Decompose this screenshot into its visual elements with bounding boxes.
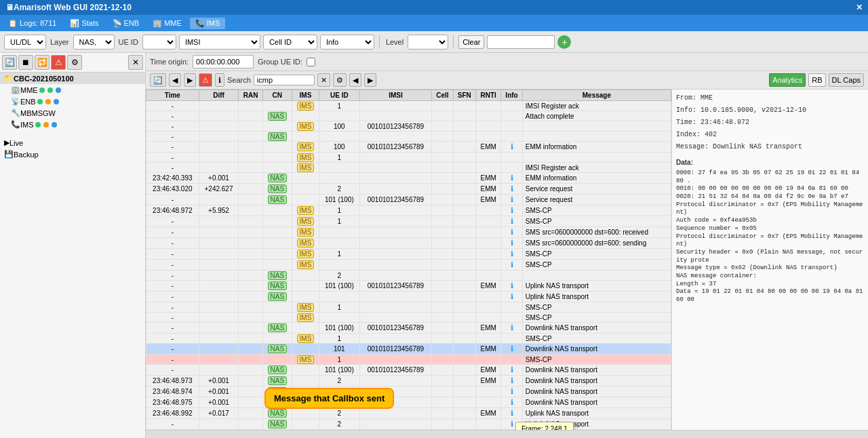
sidebar-item-enb[interactable]: 📡 ENB xyxy=(0,96,145,107)
cell-rnti xyxy=(476,249,501,260)
table-row[interactable]: 23:46:48.972 +5.952 IMS 1 ℹ SMS-CP xyxy=(146,205,671,216)
ue-id-select[interactable] xyxy=(142,35,176,49)
info-btn[interactable]: ℹ xyxy=(215,73,224,87)
h-scrollbar[interactable] xyxy=(146,430,868,438)
dl-caps-btn[interactable]: DL Caps xyxy=(829,73,864,87)
cell-time: - xyxy=(146,216,199,227)
imsi-select[interactable]: IMSI xyxy=(179,35,260,49)
prev-btn[interactable]: ◀ xyxy=(169,73,181,87)
table-row[interactable]: - NAS ℹ Uplink NAS transport xyxy=(146,292,671,302)
sidebar-item-ims[interactable]: 📞 IMS xyxy=(0,119,145,130)
sidebar-item-mme[interactable]: 🏢 MME xyxy=(0,84,145,96)
search-clear-btn[interactable]: ✕ xyxy=(317,73,330,87)
menu-ims[interactable]: 📞 IMS xyxy=(190,18,226,29)
separator2 xyxy=(453,35,454,49)
sidebar-btn4[interactable]: ⚠ xyxy=(51,55,66,70)
arrow-right-btn[interactable]: ▶ xyxy=(364,73,376,87)
uldl-select[interactable]: UL/DLULDL xyxy=(4,35,46,49)
table-row[interactable]: - NAS xyxy=(146,132,671,142)
cell-imsi xyxy=(359,227,431,238)
add-button[interactable]: + xyxy=(557,35,571,49)
table-row[interactable]: - NAS 101 (100) 001010123456789 EMM ℹ Se… xyxy=(146,195,671,205)
cell-message: EMM information xyxy=(522,173,671,184)
table-row[interactable]: - NAS 101 (100) 001010123456789 EMM ℹ Up… xyxy=(146,430,671,431)
level-select[interactable] xyxy=(408,35,448,49)
cell-rnti xyxy=(476,334,501,344)
cell-cell xyxy=(432,163,453,173)
cell-ran xyxy=(239,323,262,334)
info-select[interactable]: Info xyxy=(320,35,374,49)
ims-dot1 xyxy=(35,122,41,127)
sidebar-item-mbmsgw[interactable]: 🔧 MBMSGW xyxy=(0,107,145,119)
table-row[interactable]: - IMS ℹ SMS-CP xyxy=(146,260,671,271)
table-row[interactable]: - NAS 101 (100) 001010123456789 EMM ℹ Do… xyxy=(146,365,671,376)
table-row[interactable]: - IMS 1 ℹ SMS-CP xyxy=(146,249,671,260)
table-row[interactable]: 23:46:43.020 +242.627 NAS 2 EMM ℹ Servic… xyxy=(146,184,671,195)
sidebar-btn3[interactable]: 🔁 xyxy=(35,55,50,70)
rb-btn[interactable]: RB xyxy=(808,73,825,87)
group-ue-checkbox[interactable] xyxy=(307,58,315,66)
sidebar-btn1[interactable]: 🔄 xyxy=(2,55,17,70)
menu-mme[interactable]: 🏢 MME xyxy=(147,18,187,29)
sidebar-btn2[interactable]: ⏹ xyxy=(18,55,33,70)
cell-ue-id: 100 xyxy=(319,142,360,153)
table-row[interactable]: 23:46:48.974 +0.001 NAS 2 ℹ Downlink NAS… xyxy=(146,386,671,397)
sidebar-close-btn[interactable]: ✕ xyxy=(128,55,143,70)
table-row[interactable]: - NAS 2 xyxy=(146,271,671,281)
table-row[interactable]: - NAS 101 001010123456789 EMM ℹ Downlink… xyxy=(146,344,671,355)
table-row[interactable]: - IMS IMSI Register ack xyxy=(146,163,671,173)
time-origin-input[interactable] xyxy=(193,55,254,68)
filter-toggle-btn[interactable]: ⚙ xyxy=(333,73,347,87)
filter-input[interactable] xyxy=(487,35,555,49)
layer-select[interactable]: NAS,RRCPDCP xyxy=(73,35,115,49)
table-row[interactable]: 23:46:48.973 +0.001 NAS 2 EMM ℹ Downlink… xyxy=(146,376,671,386)
table-row[interactable]: - IMS 100 001010123456789 xyxy=(146,121,671,132)
table-row[interactable]: - IMS SMS-CP xyxy=(146,313,671,323)
refresh-btn[interactable]: 🔄 xyxy=(150,73,166,87)
sidebar-item-live[interactable]: ▶ Live xyxy=(0,137,145,148)
table-row[interactable]: - IMS 1 SMS-CP xyxy=(146,355,671,365)
table-row[interactable]: - IMS ℹ SMS src=0600000000 dst=600: rece… xyxy=(146,227,671,238)
next-btn[interactable]: ▶ xyxy=(184,73,196,87)
cell-rnti xyxy=(476,227,501,238)
table-row[interactable]: - IMS ℹ SMS src=0600000000 dst=600: send… xyxy=(146,238,671,249)
table-row[interactable]: - NAS 101 (100) 001010123456789 EMM ℹ Do… xyxy=(146,323,671,334)
sidebar-header-item[interactable]: 📁 CBC-2021050100 xyxy=(0,73,145,84)
clear-button[interactable]: Clear xyxy=(458,35,484,49)
table-row[interactable]: - IMS 1 SMS-CP xyxy=(146,302,671,313)
table-row[interactable]: - IMS 100 001010123456789 EMM ℹ EMM info… xyxy=(146,142,671,153)
cell-id-select[interactable]: Cell ID xyxy=(263,35,317,49)
table-wrap[interactable]: Time Diff RAN CN IMS UE ID IMSI Cell SFN… xyxy=(146,89,671,430)
table-row[interactable]: 23:46:48.975 +0.001 NAS 2 ℹ Downlink NAS… xyxy=(146,397,671,408)
warn-btn[interactable]: ⚠ xyxy=(199,73,212,87)
cell-ue-id: 2 xyxy=(319,271,360,281)
table-row[interactable]: - NAS 101 (100) 001010123456789 EMM ℹ Up… xyxy=(146,281,671,292)
cell-message: Attach complete xyxy=(522,111,671,121)
close-icon[interactable]: ✕ xyxy=(856,3,863,12)
table-row[interactable]: - IMS 1 ℹ SMS-CP xyxy=(146,216,671,227)
table-row[interactable]: - IMS 1 SMS-CP xyxy=(146,334,671,344)
menu-logs[interactable]: 📋 Logs: 8711 xyxy=(3,18,62,29)
sidebar-item-backup[interactable]: 💾 Backup xyxy=(0,148,145,160)
table-row[interactable]: - IMS 1 IMSI Register ack xyxy=(146,101,671,111)
menu-enb[interactable]: 📡 ENB xyxy=(107,18,145,29)
analytics-btn[interactable]: Analytics xyxy=(769,73,806,87)
cell-cell xyxy=(432,386,453,397)
cell-time: - xyxy=(146,419,199,430)
cell-ims xyxy=(292,365,319,376)
sidebar-btn5[interactable]: ⚙ xyxy=(67,55,82,70)
table-row[interactable]: 23:46:48.992 +0.017 NAS 2 EMM ℹ Uplink N… xyxy=(146,408,671,419)
cell-message: Service request xyxy=(522,195,671,205)
menu-stats[interactable]: 📊 Stats xyxy=(64,18,104,29)
cell-cell xyxy=(432,216,453,227)
layer-label: Layer xyxy=(50,38,69,46)
cell-message: Service request xyxy=(522,184,671,195)
table-row[interactable]: - NAS 2 ℹ Uplink NAS transport xyxy=(146,419,671,430)
table-row[interactable]: - NAS Attach complete xyxy=(146,111,671,121)
search-input[interactable] xyxy=(257,76,311,84)
cell-ims xyxy=(292,271,319,281)
arrow-left-btn[interactable]: ◀ xyxy=(349,73,361,87)
cell-rnti: EMM xyxy=(476,365,501,376)
table-row[interactable]: 23:42:40.393 +0.001 NAS EMM ℹ EMM inform… xyxy=(146,173,671,184)
table-row[interactable]: - IMS 1 xyxy=(146,153,671,163)
